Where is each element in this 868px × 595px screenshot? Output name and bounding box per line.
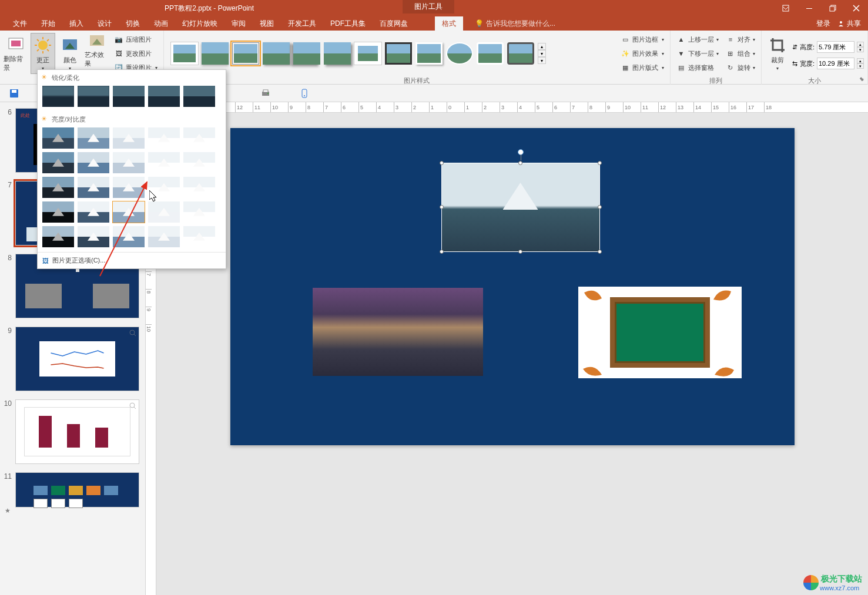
picture-style-option[interactable] <box>324 42 351 65</box>
tab-transitions[interactable]: 切换 <box>119 16 147 31</box>
group-button[interactable]: ⊞组合▾ <box>723 47 758 60</box>
rotate-button[interactable]: ↻旋转▾ <box>723 61 758 74</box>
brightness-contrast-preset[interactable] <box>148 201 180 223</box>
slide-thumbnail-11[interactable] <box>15 472 139 507</box>
width-input[interactable] <box>817 58 854 69</box>
selection-pane-button[interactable]: ▤选择窗格 <box>674 61 721 74</box>
brightness-contrast-preset[interactable] <box>78 226 109 247</box>
sharpen-preset[interactable] <box>78 86 109 107</box>
width-down[interactable]: ▾ <box>857 63 864 69</box>
brightness-contrast-preset[interactable] <box>78 177 109 198</box>
tab-view[interactable]: 视图 <box>253 16 281 31</box>
resize-handle[interactable] <box>518 250 522 254</box>
brightness-contrast-preset[interactable] <box>42 127 74 149</box>
brightness-contrast-preset[interactable] <box>78 152 109 173</box>
slide-canvas-wrapper[interactable] <box>156 113 868 595</box>
height-up[interactable]: ▴ <box>857 42 864 47</box>
picture-border-button[interactable]: ▭图片边框▾ <box>618 33 666 46</box>
resize-handle[interactable] <box>598 250 602 254</box>
brightness-contrast-preset[interactable] <box>113 201 145 223</box>
tab-pdfkit[interactable]: PDF工具集 <box>323 16 373 31</box>
brightness-contrast-preset[interactable] <box>148 152 180 173</box>
picture-effects-button[interactable]: ✨图片效果▾ <box>618 47 666 60</box>
brightness-contrast-preset[interactable] <box>148 177 180 198</box>
resize-handle[interactable] <box>598 161 602 165</box>
send-backward-button[interactable]: ▼下移一层▾ <box>674 47 721 60</box>
minimize-button[interactable] <box>797 0 821 16</box>
resize-handle[interactable] <box>518 161 522 165</box>
resize-handle[interactable] <box>440 161 444 165</box>
slide-thumbnail-9[interactable] <box>15 327 139 391</box>
change-picture-button[interactable]: 🖼更改图片 <box>112 47 160 60</box>
tab-design[interactable]: 设计 <box>91 16 119 31</box>
brightness-contrast-preset[interactable] <box>113 226 145 247</box>
brightness-contrast-preset[interactable] <box>183 177 215 198</box>
gallery-scroll-down[interactable]: ▾ <box>538 50 546 57</box>
resize-handle[interactable] <box>440 205 444 209</box>
picture-layout-button[interactable]: ▦图片版式▾ <box>618 61 666 74</box>
slide-canvas[interactable] <box>230 128 795 445</box>
crop-button[interactable]: 裁剪 ▾ <box>765 33 790 74</box>
sharpen-preset[interactable] <box>183 86 215 107</box>
close-button[interactable] <box>844 0 868 16</box>
brightness-contrast-preset[interactable] <box>183 201 215 223</box>
touch-mode-button[interactable] <box>299 88 310 99</box>
picture-style-option[interactable] <box>232 42 259 65</box>
remove-background-button[interactable]: 删除背景 <box>4 33 28 74</box>
height-input[interactable] <box>817 41 854 53</box>
brightness-contrast-preset[interactable] <box>78 201 109 223</box>
tab-insert[interactable]: 插入 <box>62 16 91 31</box>
sharpen-preset[interactable] <box>113 86 145 107</box>
brightness-contrast-preset[interactable] <box>183 226 215 247</box>
brightness-contrast-preset[interactable] <box>42 152 74 173</box>
brightness-contrast-preset[interactable] <box>183 127 215 149</box>
picture-cityscape[interactable] <box>313 288 483 376</box>
selected-picture-fuji[interactable] <box>442 163 599 251</box>
picture-style-option[interactable] <box>202 42 229 65</box>
height-down[interactable]: ▾ <box>857 47 864 52</box>
slide-thumbnail-10[interactable] <box>15 399 139 464</box>
brightness-contrast-preset[interactable] <box>113 177 145 198</box>
brightness-contrast-preset[interactable] <box>42 226 74 247</box>
tab-baidu[interactable]: 百度网盘 <box>373 16 415 31</box>
picture-chalkboard[interactable] <box>578 287 742 378</box>
picture-style-option[interactable] <box>263 42 290 65</box>
sharpen-preset[interactable] <box>148 86 180 107</box>
picture-style-option[interactable] <box>415 42 443 65</box>
rotate-handle[interactable] <box>518 149 524 155</box>
brightness-contrast-preset[interactable] <box>148 127 180 149</box>
signin-button[interactable]: 登录 <box>816 19 830 29</box>
tab-format[interactable]: 格式 <box>435 16 463 31</box>
gallery-expand[interactable]: ▾ <box>538 57 546 64</box>
picture-style-option[interactable] <box>354 42 381 65</box>
share-button[interactable]: 共享 <box>837 19 861 29</box>
brightness-contrast-preset[interactable] <box>113 127 145 149</box>
brightness-contrast-preset[interactable] <box>42 177 74 198</box>
picture-corrections-options[interactable]: 🖼图片更正选项(C)... <box>38 252 226 268</box>
tab-slideshow[interactable]: 幻灯片放映 <box>175 16 224 31</box>
picture-style-option[interactable] <box>385 42 412 65</box>
artistic-effects-button[interactable]: 艺术效果 ▾ <box>85 33 109 74</box>
tab-animations[interactable]: 动画 <box>147 16 175 31</box>
resize-handle[interactable] <box>598 205 602 209</box>
picture-style-option[interactable] <box>293 42 320 65</box>
brightness-contrast-preset[interactable] <box>113 152 145 173</box>
sharpen-preset[interactable] <box>42 86 74 107</box>
tell-me-search[interactable]: 💡 告诉我您想要做什么... <box>475 19 555 29</box>
width-up[interactable]: ▴ <box>857 58 864 63</box>
brightness-contrast-preset[interactable] <box>78 127 109 149</box>
restore-button[interactable] <box>821 0 844 16</box>
gallery-scroll-up[interactable]: ▴ <box>538 43 546 50</box>
align-button[interactable]: ≡对齐▾ <box>723 33 758 46</box>
color-button[interactable]: 颜色 ▾ <box>58 33 82 74</box>
bring-forward-button[interactable]: ▲上移一层▾ <box>674 33 721 46</box>
quick-print-button[interactable] <box>260 88 272 99</box>
tab-home[interactable]: 开始 <box>34 16 62 31</box>
resize-handle[interactable] <box>440 250 444 254</box>
tab-file[interactable]: 文件 <box>6 16 34 31</box>
compress-pictures-button[interactable]: 📷压缩图片 <box>112 33 160 46</box>
save-button[interactable] <box>8 88 20 99</box>
picture-style-option[interactable] <box>507 42 534 65</box>
brightness-contrast-preset[interactable] <box>183 152 215 173</box>
picture-style-option[interactable] <box>171 42 198 65</box>
